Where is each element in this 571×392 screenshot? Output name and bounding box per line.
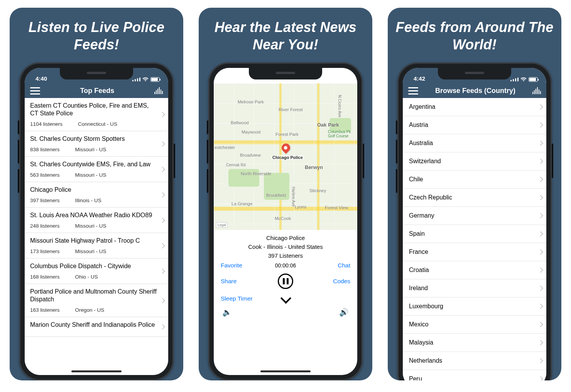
menu-icon[interactable] <box>30 87 40 95</box>
feed-location: Connecticut - US <box>78 121 117 127</box>
country-row[interactable]: Spain <box>403 225 546 243</box>
map-label: Broadview <box>240 153 261 157</box>
signal-icon <box>132 78 140 81</box>
signal-icon <box>510 78 519 81</box>
country-row[interactable]: Germany <box>403 207 546 225</box>
country-row[interactable]: Czech Republic <box>403 189 546 207</box>
country-name: France <box>409 248 428 255</box>
country-row[interactable]: Malaysia <box>403 334 546 352</box>
map-legal-button[interactable]: Legal <box>216 222 228 228</box>
pause-button[interactable] <box>278 274 293 289</box>
now-playing-icon[interactable] <box>154 87 163 94</box>
codes-button[interactable]: Codes <box>298 278 353 285</box>
phone-notch <box>60 68 133 79</box>
status-icons <box>132 77 160 82</box>
phone-notch <box>438 68 511 79</box>
menu-icon[interactable] <box>408 87 418 95</box>
countries-list[interactable]: ArgentinaAustriaAustraliaSwitzerlandChil… <box>403 98 546 380</box>
chevron-down-icon[interactable] <box>280 294 291 304</box>
sleep-timer-button[interactable]: Sleep Timer <box>218 295 273 302</box>
map-label: Lyons <box>295 204 306 209</box>
chevron-right-icon <box>160 112 165 117</box>
feed-row[interactable]: St. Louis Area NOAA Weather Radio KDO892… <box>25 208 168 233</box>
map-label: Cermak Rd <box>226 163 246 167</box>
feed-location: Missouri - US <box>75 248 106 254</box>
station-location: Cook - Illinois - United States <box>218 243 353 250</box>
map-pin-icon[interactable] <box>282 144 291 153</box>
nav-title: Browse Feeds (Country) <box>435 87 515 95</box>
feed-row[interactable]: Missouri State Highway Patrol - Troop C1… <box>25 233 168 259</box>
country-row[interactable]: Austria <box>403 116 546 134</box>
feed-title: Columbus Police Dispatch - Citywide <box>30 262 157 270</box>
wifi-icon <box>142 77 149 82</box>
feeds-list[interactable]: Eastern CT Counties Police, Fire and EMS… <box>25 98 168 375</box>
country-name: Czech Republic <box>409 194 452 201</box>
feed-row[interactable]: St. Charles County Storm Spotters838 lis… <box>25 131 168 157</box>
country-row[interactable]: France <box>403 243 546 261</box>
volume-up-icon[interactable]: 🔊 <box>339 308 349 317</box>
nav-bar: Top Feeds <box>25 83 168 98</box>
chevron-right-icon <box>538 122 543 128</box>
promo-panel-2: Hear the Latest News Near You! Melrose P… <box>199 8 372 380</box>
map-label: Forest Park <box>275 132 298 137</box>
station-map[interactable]: Melrose Park River Forest Bellwood Maywo… <box>214 83 357 230</box>
feed-title: St. Charles Countywide EMS, Fire, and La… <box>30 161 157 168</box>
country-name: Luxembourg <box>409 303 443 309</box>
feed-listeners: 563 listeners <box>30 172 60 178</box>
feed-location: Oregon - US <box>75 307 105 313</box>
chevron-right-icon <box>538 322 543 327</box>
country-name: Peru <box>409 375 422 380</box>
country-row[interactable]: Netherlands <box>403 352 546 370</box>
station-name: Chicago Police <box>218 235 353 241</box>
country-row[interactable]: Ireland <box>403 279 546 297</box>
chevron-right-icon <box>160 268 165 274</box>
chevron-right-icon <box>538 267 543 273</box>
feed-row[interactable]: Marion County Sheriff and Indianapolis P… <box>25 317 168 337</box>
home-indicator <box>260 370 311 372</box>
country-name: Netherlands <box>409 357 442 364</box>
share-button[interactable]: Share <box>218 278 273 285</box>
favorite-button[interactable]: Favorite <box>218 262 273 269</box>
country-row[interactable]: Chile <box>403 171 546 189</box>
feed-row[interactable]: Eastern CT Counties Police, Fire and EMS… <box>25 98 168 131</box>
chevron-right-icon <box>538 376 543 380</box>
feed-location: Missouri - US <box>75 147 106 152</box>
map-label: La Grange <box>231 201 252 206</box>
country-row[interactable]: Croatia <box>403 261 546 279</box>
now-playing-icon[interactable] <box>532 87 541 94</box>
country-row[interactable]: Switzerland <box>403 152 546 171</box>
status-icons <box>510 77 538 82</box>
feed-title: Eastern CT Counties Police, Fire and EMS… <box>30 102 157 117</box>
chevron-right-icon <box>538 231 543 237</box>
feed-row[interactable]: Columbus Police Dispatch - Citywide168 l… <box>25 259 168 284</box>
country-row[interactable]: Australia <box>403 134 546 152</box>
country-row[interactable]: Peru <box>403 370 546 380</box>
feed-row[interactable]: St. Charles Countywide EMS, Fire, and La… <box>25 157 168 182</box>
country-row[interactable]: Mexico <box>403 316 546 334</box>
feed-title: Marion County Sheriff and Indianapolis P… <box>30 321 157 329</box>
feed-row[interactable]: Portland Police and Multnomah County She… <box>25 284 168 317</box>
phone-notch <box>249 68 322 79</box>
chevron-right-icon <box>160 166 165 172</box>
wifi-icon <box>520 77 527 82</box>
feed-location: Missouri - US <box>75 223 106 229</box>
chevron-right-icon <box>160 297 165 303</box>
country-row[interactable]: Argentina <box>403 98 546 116</box>
feed-row[interactable]: Chicago Police397 listenersIllinois - US <box>25 182 168 208</box>
feed-title: Portland Police and Multnomah County She… <box>30 288 157 303</box>
elapsed-time: 00:00:06 <box>275 262 296 269</box>
chat-button[interactable]: Chat <box>298 262 353 269</box>
volume-down-icon[interactable]: 🔈 <box>222 308 232 317</box>
feed-location: Illinois - US <box>75 198 101 203</box>
chevron-right-icon <box>160 217 165 223</box>
feed-listeners: 173 listeners <box>30 248 60 254</box>
chevron-right-icon <box>538 195 543 200</box>
map-label: N Cicero Ave <box>338 95 342 117</box>
map-label: Oak Park <box>317 122 339 128</box>
country-name: Croatia <box>409 267 429 273</box>
map-label: River Forest <box>279 107 303 112</box>
chevron-right-icon <box>538 177 543 182</box>
map-pin-label: Chicago Police <box>272 155 304 160</box>
country-row[interactable]: Luxembourg <box>403 297 546 316</box>
feed-listeners: 163 listeners <box>30 307 60 313</box>
